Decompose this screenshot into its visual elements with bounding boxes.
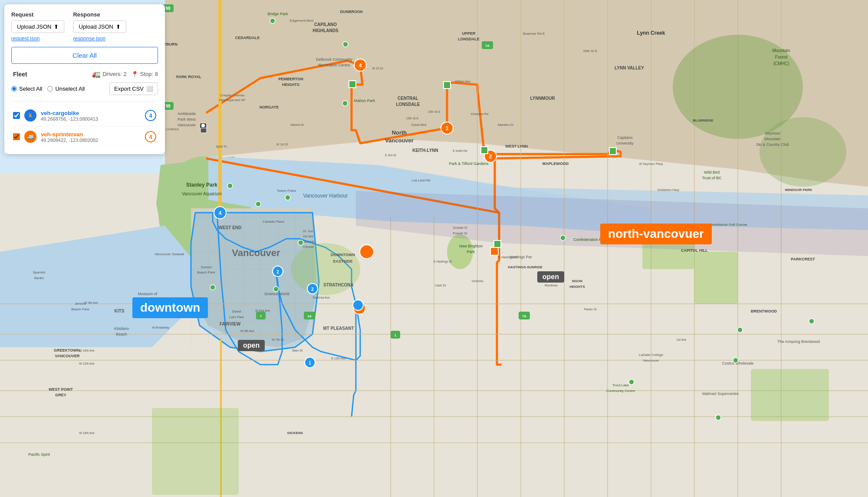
- response-file-link[interactable]: response.json: [73, 36, 126, 42]
- svg-text:1: 1: [309, 361, 311, 365]
- svg-text:E Keith Rd: E Keith Rd: [453, 149, 467, 152]
- svg-text:Park West: Park West: [178, 117, 196, 122]
- svg-text:Park: Park: [467, 250, 475, 254]
- svg-text:3: 3: [446, 125, 449, 132]
- svg-text:Delbrook Community: Delbrook Community: [316, 57, 353, 62]
- select-all-radio[interactable]: [11, 86, 17, 92]
- svg-text:Trout Lake: Trout Lake: [612, 383, 629, 387]
- clear-all-button[interactable]: Clear All: [11, 47, 158, 64]
- svg-text:Mahon Park: Mahon Park: [354, 99, 375, 103]
- svg-text:LYNN VALLEY: LYNN VALLEY: [615, 66, 644, 70]
- svg-text:W 1st St: W 1st St: [276, 143, 288, 146]
- cargobike-icon: 🚴: [24, 109, 36, 122]
- svg-text:Recreation Centre: Recreation Centre: [318, 63, 350, 67]
- svg-text:W 12th Ave: W 12th Ave: [79, 362, 95, 365]
- sprintervan-info: veh-sprintervan 49.2808422, -123.0802082: [41, 131, 141, 143]
- svg-text:Kitsilano: Kitsilano: [114, 326, 129, 331]
- svg-text:KITS: KITS: [115, 309, 125, 313]
- svg-text:W 4th Ave: W 4th Ave: [84, 301, 98, 304]
- svg-text:99: 99: [165, 104, 171, 109]
- svg-text:GREY: GREY: [55, 393, 66, 397]
- svg-text:Edgemont Blvd: Edgemont Blvd: [290, 19, 313, 23]
- cargobike-checkbox[interactable]: [13, 112, 20, 119]
- svg-text:The Amazing Brentwood: The Amazing Brentwood: [777, 339, 820, 344]
- svg-text:Terminal Ave: Terminal Ave: [312, 296, 330, 299]
- svg-point-48: [291, 243, 360, 295]
- svg-point-236: [273, 286, 279, 292]
- svg-text:FAIRVIEW: FAIRVIEW: [220, 322, 241, 326]
- sprintervan-coords: 49.2808422, -123.0802082: [41, 138, 141, 143]
- upload-label: Upload JSON: [17, 23, 51, 30]
- unselect-all-option[interactable]: Unselect All: [47, 86, 85, 92]
- svg-text:Mountain: Mountain: [764, 137, 780, 141]
- request-upload-btn[interactable]: Upload JSON ⬆: [11, 20, 64, 33]
- export-csv-label: Export CSV: [114, 86, 144, 92]
- svg-text:Walmart Supercentre: Walmart Supercentre: [702, 392, 739, 396]
- svg-text:CEDARDALE: CEDARDALE: [235, 36, 260, 40]
- svg-rect-64: [481, 147, 488, 154]
- svg-text:29th St E: 29th St E: [583, 49, 598, 53]
- svg-point-60: [360, 245, 374, 259]
- svg-text:Braemar Rd E: Braemar Rd E: [523, 32, 545, 36]
- svg-text:LYNNMOUR: LYNNMOUR: [530, 96, 556, 101]
- svg-rect-62: [349, 81, 356, 88]
- unselect-all-radio[interactable]: [47, 86, 53, 92]
- svg-text:WEST END: WEST END: [219, 225, 242, 230]
- svg-text:Vancouver Harbour: Vancouver Harbour: [303, 193, 348, 199]
- svg-text:STRATHCONA: STRATHCONA: [323, 283, 353, 287]
- svg-text:Powell St: Powell St: [453, 231, 467, 235]
- svg-text:W Seymour Pkwy: W Seymour Pkwy: [639, 162, 663, 166]
- svg-point-238: [560, 235, 566, 240]
- svg-text:Dr. Sun: Dr. Sun: [303, 230, 313, 233]
- sprintervan-checkbox[interactable]: [13, 133, 20, 140]
- svg-text:PARK ROYAL: PARK ROYAL: [176, 75, 202, 79]
- svg-text:Vancouver: Vancouver: [232, 247, 280, 258]
- svg-text:BRENTWOOD: BRENTWOOD: [751, 309, 777, 313]
- svg-text:David: David: [232, 309, 241, 313]
- svg-text:PEMBERTON: PEMBERTON: [278, 77, 303, 81]
- svg-text:Park Royal and VIP: Park Royal and VIP: [219, 99, 245, 102]
- upload-icon-2: ⬆: [116, 23, 121, 30]
- svg-text:Vancouver: Vancouver: [178, 123, 196, 127]
- svg-text:E 3rd St: E 3rd St: [385, 154, 396, 157]
- svg-text:Allardton Dr: Allardton Dr: [498, 123, 514, 126]
- svg-text:Stanley Park: Stanley Park: [186, 182, 217, 188]
- response-label: Response: [73, 11, 126, 18]
- svg-text:Trust of BC: Trust of BC: [702, 176, 722, 180]
- svg-text:MT PLEASANT: MT PLEASANT: [323, 326, 354, 331]
- svg-text:Vancouver: Vancouver: [643, 359, 659, 362]
- svg-rect-47: [694, 252, 738, 304]
- svg-text:Museum of: Museum of: [138, 292, 158, 296]
- fleet-label: Fleet: [13, 71, 88, 78]
- svg-text:Parker St: Parker St: [584, 308, 596, 311]
- select-unselect-row: Select All Unselect All Export CSV ⬜: [11, 82, 158, 95]
- open-label-south: open: [238, 340, 265, 351]
- svg-text:NORGATE: NORGATE: [260, 105, 279, 109]
- cargobike-info: veh-cargobike 49.2668756, -123.0800413: [41, 110, 141, 122]
- sprintervan-icon: 🚐: [24, 131, 36, 143]
- svg-text:Beach Park: Beach Park: [71, 307, 89, 311]
- response-col: Response Upload JSON ⬆ response.json: [73, 11, 126, 42]
- van-symbol: 🚐: [27, 134, 34, 140]
- svg-point-50: [760, 117, 846, 187]
- svg-text:Vancouver Aquarium: Vancouver Aquarium: [182, 191, 222, 196]
- divider-1: [11, 101, 158, 102]
- svg-text:Clark Dr: Clark Dr: [435, 284, 446, 287]
- svg-text:E Hastings St: E Hastings St: [434, 260, 452, 263]
- export-csv-button[interactable]: Export CSV ⬜: [109, 82, 158, 95]
- fleet-row: Fleet 🚛 Drivers: 2 📍 Stop: 8: [11, 70, 158, 78]
- request-file-link[interactable]: request.json: [11, 36, 64, 42]
- svg-text:KEITH-LYNN: KEITH-LYNN: [412, 148, 438, 153]
- svg-text:Grand Blvd: Grand Blvd: [411, 123, 426, 126]
- response-upload-btn[interactable]: Upload JSON ⬆: [73, 20, 126, 33]
- upload-label-2: Upload JSON: [79, 23, 113, 30]
- svg-text:15th St E: 15th St E: [428, 110, 441, 113]
- svg-text:Marine Dr: Marine Dr: [291, 123, 304, 126]
- svg-text:Forest: Forest: [775, 55, 788, 59]
- svg-point-228: [270, 18, 275, 23]
- svg-text:HASTINGS-SUNRISE: HASTINGS-SUNRISE: [508, 265, 542, 269]
- svg-text:Lam Park: Lam Park: [229, 315, 244, 319]
- svg-text:13th St E: 13th St E: [406, 117, 419, 120]
- svg-text:Ski & Country Club: Ski & Country Club: [756, 142, 789, 147]
- select-all-option[interactable]: Select All: [11, 86, 42, 92]
